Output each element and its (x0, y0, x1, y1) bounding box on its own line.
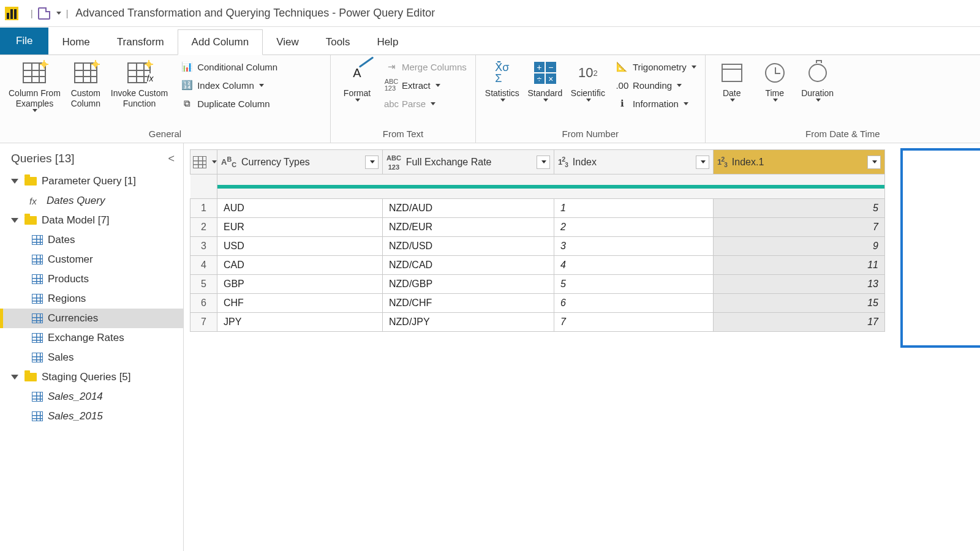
cell-currency-type[interactable]: GBP (217, 275, 383, 294)
information-button[interactable]: ℹInformation (612, 94, 700, 113)
table-row[interactable]: 6CHFNZD/CHF615 (190, 294, 885, 313)
folder-icon (24, 373, 37, 381)
scientific-button[interactable]: 102 Scientific (567, 58, 609, 104)
trigonometry-button[interactable]: 📐Trigonometry (612, 58, 700, 76)
column-filter-button[interactable] (867, 156, 881, 169)
grid-corner[interactable] (190, 150, 217, 174)
cell-currency-type[interactable]: EUR (217, 218, 383, 237)
column-filter-button[interactable] (537, 156, 550, 169)
column-header-currency-types[interactable]: ABCCurrency Types (217, 150, 383, 174)
cell-exchange-rate[interactable]: NZD/EUR (383, 218, 554, 237)
row-number[interactable]: 1 (190, 199, 217, 218)
column-header-index[interactable]: 123Index (554, 150, 714, 174)
cell-index-1[interactable]: 5 (714, 199, 885, 218)
query-item[interactable]: Sales_2015 (0, 407, 183, 426)
cell-index[interactable]: 5 (554, 275, 714, 294)
tab-transform[interactable]: Transform (104, 30, 178, 54)
cell-index-1[interactable]: 11 (714, 256, 885, 275)
table-row[interactable]: 4CADNZD/CAD411 (190, 256, 885, 275)
cell-index-1[interactable]: 9 (714, 237, 885, 256)
cell-currency-type[interactable]: CHF (217, 294, 383, 313)
query-item[interactable]: Customer (0, 250, 183, 269)
index-column-button[interactable]: 🔢Index Column (176, 76, 281, 94)
cell-exchange-rate[interactable]: NZD/CHF (383, 294, 554, 313)
qat-dropdown-icon[interactable] (56, 12, 61, 15)
invoke-custom-function-button[interactable]: fx Invoke Custom Function (107, 58, 172, 111)
query-item[interactable]: Dates (0, 230, 183, 250)
query-item[interactable]: Products (0, 269, 183, 289)
tab-add-column[interactable]: Add Column (178, 29, 263, 55)
cell-index[interactable]: 7 (554, 313, 714, 332)
query-item[interactable]: Exchange Rates (0, 328, 183, 348)
table-row[interactable]: 3USDNZD/USD39 (190, 237, 885, 256)
tab-file[interactable]: File (0, 28, 48, 54)
cell-currency-type[interactable]: USD (217, 237, 383, 256)
clock-icon (762, 60, 788, 86)
query-item[interactable]: Sales (0, 348, 183, 367)
data-grid[interactable]: ABCCurrency Types ABC123Full Exchange Ra… (190, 149, 885, 332)
rounding-button[interactable]: .00Rounding (612, 76, 700, 94)
query-group-parameter[interactable]: Parameter Query [1] (0, 171, 183, 191)
cell-exchange-rate[interactable]: NZD/GBP (383, 275, 554, 294)
row-number[interactable]: 4 (190, 256, 217, 275)
column-from-examples-button[interactable]: Column From Examples (5, 58, 64, 114)
cell-exchange-rate[interactable]: NZD/AUD (383, 199, 554, 218)
conditional-column-button[interactable]: 📊Conditional Column (176, 58, 281, 76)
tab-home[interactable]: Home (48, 30, 103, 54)
table-row[interactable]: 2EURNZD/EUR27 (190, 218, 885, 237)
query-item[interactable]: Currencies (0, 309, 183, 328)
cell-index-1[interactable]: 7 (714, 218, 885, 237)
duration-button[interactable]: Duration (796, 58, 839, 104)
query-item-dates-query[interactable]: fxDates Query (0, 191, 183, 211)
row-number[interactable]: 2 (190, 218, 217, 237)
table-row[interactable]: 1AUDNZD/AUD15 (190, 199, 885, 218)
column-header-full-exchange-rate[interactable]: ABC123Full Exchange Rate (383, 150, 554, 174)
row-number[interactable]: 6 (190, 294, 217, 313)
statistics-button[interactable]: X̄σΣ Statistics (481, 58, 524, 104)
duplicate-column-button[interactable]: ⧉Duplicate Column (176, 94, 281, 113)
window-title: Advanced Transformation and Querying Tec… (75, 7, 435, 20)
column-header-index-1[interactable]: 123Index.1 (714, 150, 885, 174)
column-filter-button[interactable] (696, 156, 709, 169)
column-filter-button[interactable] (365, 156, 379, 169)
date-button[interactable]: Date (710, 58, 753, 104)
time-button[interactable]: Time (753, 58, 796, 104)
cell-index-1[interactable]: 15 (714, 294, 885, 313)
calendar-icon (719, 60, 745, 86)
query-item[interactable]: Regions (0, 289, 183, 309)
standard-button[interactable]: + − ÷ × Standard (524, 58, 567, 104)
table-row[interactable]: 5GBPNZD/GBP513 (190, 275, 885, 294)
save-icon[interactable] (38, 7, 50, 20)
query-group-data-model[interactable]: Data Model [7] (0, 211, 183, 230)
cell-currency-type[interactable]: CAD (217, 256, 383, 275)
row-number[interactable]: 7 (190, 313, 217, 332)
query-group-staging[interactable]: Staging Queries [5] (0, 367, 183, 387)
chevron-down-icon (431, 102, 435, 105)
cell-index[interactable]: 2 (554, 218, 714, 237)
cell-exchange-rate[interactable]: NZD/USD (383, 237, 554, 256)
table-row[interactable]: 7JPYNZD/JPY717 (190, 313, 885, 332)
custom-column-button[interactable]: Custom Column (64, 58, 107, 111)
cell-index[interactable]: 1 (554, 199, 714, 218)
cell-index[interactable]: 4 (554, 256, 714, 275)
tab-tools[interactable]: Tools (312, 30, 364, 54)
cell-exchange-rate[interactable]: NZD/CAD (383, 256, 554, 275)
format-button[interactable]: A Format (336, 58, 379, 104)
row-number[interactable]: 3 (190, 237, 217, 256)
cell-currency-type[interactable]: JPY (217, 313, 383, 332)
row-number[interactable]: 5 (190, 275, 217, 294)
collapse-pane-button[interactable]: < (168, 152, 175, 165)
cell-index-1[interactable]: 13 (714, 275, 885, 294)
extract-button[interactable]: ABC123Extract (381, 76, 470, 94)
cell-currency-type[interactable]: AUD (217, 199, 383, 218)
cell-exchange-rate[interactable]: NZD/JPY (383, 313, 554, 332)
cell-index[interactable]: 3 (554, 237, 714, 256)
chevron-down-icon (32, 109, 37, 112)
ribbon-group-from-text: A Format ⇥Merge Columns ABC123Extract ab… (331, 55, 476, 143)
tab-view[interactable]: View (263, 30, 312, 54)
tab-help[interactable]: Help (363, 30, 412, 54)
cell-index-1[interactable]: 17 (714, 313, 885, 332)
cell-index[interactable]: 6 (554, 294, 714, 313)
query-item[interactable]: Sales_2014 (0, 387, 183, 407)
scientific-icon: 102 (575, 60, 601, 86)
